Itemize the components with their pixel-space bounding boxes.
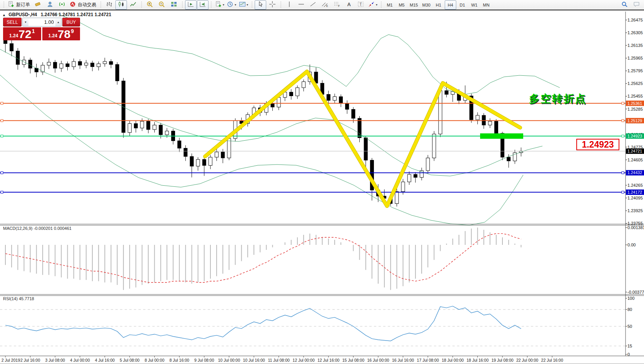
fibonacci-button[interactable]: F (331, 0, 343, 10)
volume-stepper: ▼ ▲ (22, 18, 62, 27)
candlestick-icon (118, 1, 125, 9)
vertical-line-icon (286, 1, 293, 9)
text-button[interactable]: A (343, 0, 355, 10)
svg-text:15 Jul 08:00: 15 Jul 08:00 (342, 358, 364, 362)
timeframe-mn-button[interactable]: MN (480, 0, 492, 10)
symbol-title: GBPUSD-,H4 (8, 12, 37, 17)
turning-point-annotation[interactable]: 多空转折点 (529, 92, 587, 106)
svg-text:18 Jul 16:00: 18 Jul 16:00 (467, 358, 489, 362)
zoom-out-button[interactable] (156, 0, 168, 10)
timeframe-d1-button[interactable]: D1 (457, 0, 468, 10)
arrows-button[interactable]: ▾ (367, 0, 379, 10)
svg-text:1.24432: 1.24432 (627, 170, 642, 175)
fibonacci-icon: F (334, 1, 340, 9)
auto-scroll-button[interactable] (185, 0, 197, 10)
toolbar-grip[interactable] (280, 2, 282, 8)
timeframe-m1-button[interactable]: M1 (384, 0, 395, 10)
svg-text:16 Jul 00:00: 16 Jul 00:00 (367, 358, 389, 362)
volume-increase-button[interactable]: ▲ (55, 18, 61, 26)
templates-button[interactable]: ▾ (238, 0, 249, 10)
buy-button[interactable]: BUY (62, 18, 80, 27)
svg-text:1.24923: 1.24923 (627, 134, 642, 138)
svg-text:10 Jul 16:00: 10 Jul 16:00 (243, 358, 265, 362)
line-chart-button[interactable] (127, 0, 139, 10)
label-button[interactable]: T (355, 0, 367, 10)
svg-text:1.26475: 1.26475 (627, 18, 643, 22)
timeframe-m30-button[interactable]: M30 (420, 0, 432, 10)
bar-chart-icon (106, 1, 113, 9)
chevron-down-icon: ▾ (247, 3, 248, 7)
volume-decrease-button[interactable]: ▼ (23, 18, 28, 26)
timeframe-m15-button[interactable]: M15 (408, 0, 420, 10)
buy-price-display[interactable]: 1.24 78 9 (42, 27, 80, 40)
periods-button[interactable]: ▾ (226, 0, 237, 10)
svg-text:1.25965: 1.25965 (627, 56, 643, 60)
toolbar-grip[interactable] (210, 2, 212, 8)
chat-icon (633, 1, 640, 9)
trendline-button[interactable] (307, 0, 319, 10)
svg-text:15: 15 (627, 344, 632, 348)
svg-text:1.25625: 1.25625 (627, 81, 643, 86)
new-order-button[interactable]: 新订单 (7, 0, 32, 10)
search-button[interactable] (619, 0, 631, 10)
tile-windows-icon (170, 1, 177, 9)
candlestick-chart-button[interactable] (115, 0, 127, 10)
arrows-icon (368, 1, 375, 9)
svg-text:4 Jul 00:00: 4 Jul 00:00 (70, 358, 90, 362)
chart-shift-button[interactable] (197, 0, 209, 10)
signal-icon (58, 1, 65, 9)
price-callout-box[interactable]: 1.24923 (576, 139, 619, 150)
svg-text:1.24265: 1.24265 (627, 183, 643, 188)
signals-button[interactable] (56, 0, 68, 10)
toolbar-grip[interactable] (181, 2, 184, 8)
clock-icon (227, 1, 234, 9)
toolbar-grip[interactable] (3, 2, 5, 8)
auto-trading-label: 自动交易 (77, 2, 97, 8)
tile-windows-button[interactable] (168, 0, 180, 10)
macd-pane: 0.0013810.00-0.003771 (5, 225, 644, 294)
indicators-button[interactable]: ▾ (214, 0, 225, 10)
collapse-arrow-icon[interactable]: ▲ (2, 13, 6, 17)
svg-text:10 Jul 00:00: 10 Jul 00:00 (218, 358, 240, 362)
bar-chart-button[interactable] (103, 0, 115, 10)
cursor-button[interactable] (255, 0, 266, 10)
sell-price-display[interactable]: 1.24 72 1 (3, 27, 41, 40)
trendline-icon (310, 1, 317, 9)
chat-button[interactable] (631, 0, 642, 10)
svg-text:1.25455: 1.25455 (627, 94, 643, 98)
svg-text:F: F (338, 5, 340, 7)
auto-trading-button[interactable]: 自动交易 (68, 0, 98, 10)
svg-text:9 Jul 08:00: 9 Jul 08:00 (194, 358, 214, 362)
zigzag-annotation (205, 71, 520, 206)
new-order-icon (8, 1, 15, 9)
svg-text:22 Jul 16:00: 22 Jul 16:00 (541, 358, 563, 362)
vertical-line-button[interactable] (284, 0, 295, 10)
horizontal-line-button[interactable] (295, 0, 307, 10)
svg-text:1.23925: 1.23925 (627, 208, 643, 213)
volume-input[interactable] (28, 18, 55, 26)
svg-text:1.25795: 1.25795 (627, 68, 643, 73)
metaeditor-button[interactable] (32, 0, 44, 10)
timeframe-m5-button[interactable]: M5 (396, 0, 407, 10)
timeframe-w1-button[interactable]: W1 (469, 0, 480, 10)
line-chart-icon (130, 1, 137, 9)
svg-text:1.26305: 1.26305 (627, 30, 643, 35)
toolbar-grip[interactable] (100, 2, 102, 8)
price-chart-canvas[interactable]: 1.264751.263051.261351.259651.257951.256… (0, 10, 644, 364)
sell-button[interactable]: SELL (3, 18, 22, 27)
toolbar-grip[interactable] (251, 2, 253, 8)
svg-text:8 Jul 16:00: 8 Jul 16:00 (170, 358, 190, 362)
chart-window[interactable]: 1.264751.263051.261351.259651.257951.256… (0, 10, 644, 364)
channel-icon: E (322, 1, 329, 9)
channel-button[interactable]: E (319, 0, 331, 10)
zoom-in-button[interactable] (144, 0, 156, 10)
ohlc-values: 1.24766 1.24781 1.24721 1.24721 (41, 12, 112, 17)
community-button[interactable] (44, 0, 56, 10)
svg-text:0.00: 0.00 (627, 243, 636, 247)
crosshair-button[interactable] (267, 0, 278, 10)
timeframe-h1-button[interactable]: H1 (433, 0, 444, 10)
svg-text:0: 0 (627, 352, 630, 357)
toolbar-grip[interactable] (140, 2, 143, 8)
toolbar-grip[interactable] (380, 2, 382, 8)
timeframe-h4-button[interactable]: H4 (445, 0, 456, 10)
